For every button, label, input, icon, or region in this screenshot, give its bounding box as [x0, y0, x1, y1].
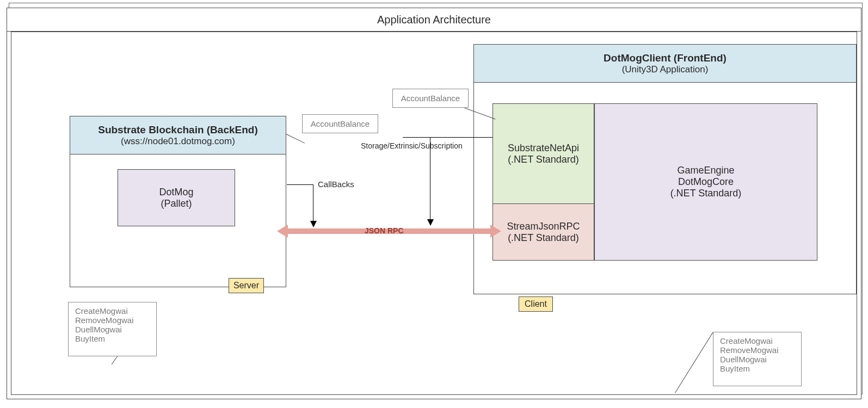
- callbacks-connector-v: [313, 184, 313, 222]
- pallet-op: RemoveMogwai: [75, 316, 150, 325]
- client-title: DotMogClient (FrontEnd): [604, 52, 727, 64]
- storage-connector-h: [403, 137, 493, 138]
- client-tag-label: Client: [525, 299, 547, 309]
- pallet-box: DotMog (Pallet): [118, 169, 235, 226]
- diagram-title-bar: Application Architecture: [7, 8, 861, 32]
- diagram-stage: Application Architecture Substrate Block…: [0, 0, 868, 408]
- rpc-framework: (.NET Standard): [508, 232, 579, 244]
- server-tag-label: Server: [233, 281, 259, 290]
- server-balance-text: AccountBalance: [311, 119, 370, 128]
- storage-label: Storage/Extrinsic/Subscription: [361, 141, 463, 150]
- engine-op: CreateMogwai: [720, 336, 795, 345]
- diagram-title: Application Architecture: [377, 14, 491, 26]
- client-balance-text: AccountBalance: [401, 94, 460, 103]
- server-balance-note: AccountBalance: [302, 114, 378, 133]
- engine-op: BuyItem: [720, 364, 795, 373]
- pallet-kind: (Pallet): [161, 198, 192, 209]
- engine-box: GameEngine DotMogCore (.NET Standard): [594, 103, 817, 261]
- server-title: Substrate Blockchain (BackEnd): [98, 124, 258, 136]
- server-subtitle: (wss://node01.dotmog.com): [121, 136, 235, 147]
- client-tag: Client: [519, 296, 553, 312]
- pallet-name: DotMog: [159, 187, 193, 198]
- api-name: SubstrateNetApi: [508, 143, 579, 154]
- pallet-ops-note: CreateMogwai RemoveMogwai DuellMogwai Bu…: [68, 302, 157, 356]
- engine-framework: (.NET Standard): [670, 188, 742, 199]
- client-header: DotMogClient (FrontEnd) (Unity3D Applica…: [474, 45, 856, 83]
- engine-ops-note: CreateMogwai RemoveMogwai DuellMogwai Bu…: [713, 332, 802, 386]
- api-box: SubstrateNetApi (.NET Standard): [493, 103, 594, 204]
- api-framework: (.NET Standard): [508, 154, 579, 165]
- pallet-op: BuyItem: [75, 334, 150, 343]
- rpc-box: StreamJsonRPC (.NET Standard): [493, 203, 594, 261]
- engine-op: RemoveMogwai: [720, 345, 795, 355]
- jsonrpc-label: JSON RPC: [365, 226, 404, 235]
- server-header: Substrate Blockchain (BackEnd) (wss://no…: [70, 116, 286, 154]
- client-subtitle: (Unity3D Application): [622, 64, 709, 75]
- pallet-op: DuellMogwai: [75, 325, 150, 334]
- callbacks-connector-h: [287, 184, 313, 185]
- server-tag: Server: [229, 278, 264, 293]
- arrowhead-down-icon: [310, 221, 317, 227]
- arrowhead-down-icon: [427, 219, 434, 226]
- callbacks-label: CallBacks: [318, 180, 354, 189]
- rpc-name: StreamJsonRPC: [507, 221, 580, 232]
- engine-line1: GameEngine: [677, 165, 734, 176]
- engine-line2: DotMogCore: [678, 176, 734, 188]
- arrowhead-right-icon: [490, 225, 501, 238]
- client-balance-note: AccountBalance: [392, 89, 469, 108]
- engine-op: DuellMogwai: [720, 355, 795, 364]
- pallet-op: CreateMogwai: [75, 306, 150, 316]
